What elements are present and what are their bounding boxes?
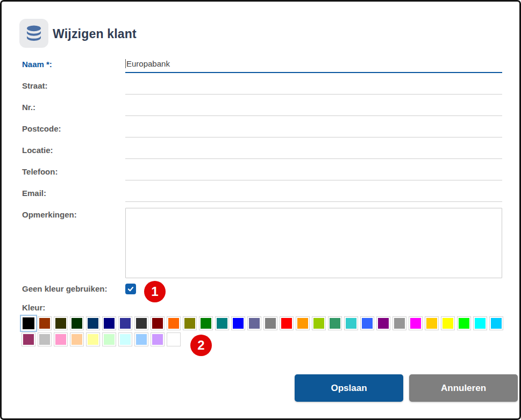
color-swatch[interactable]	[360, 316, 374, 330]
color-swatch[interactable]	[215, 316, 229, 330]
field-label-kleur: Kleur:	[22, 303, 125, 313]
cancel-button[interactable]: Annuleren	[409, 374, 518, 402]
color-swatch[interactable]	[167, 316, 181, 330]
color-swatch[interactable]	[392, 316, 406, 330]
color-swatch[interactable]	[183, 316, 197, 330]
field-input-straat[interactable]	[125, 77, 502, 95]
field-input-postcode[interactable]	[125, 120, 502, 137]
color-swatch[interactable]	[54, 332, 68, 346]
color-palette-row-1	[22, 316, 503, 330]
color-swatch[interactable]	[134, 316, 148, 330]
color-swatch[interactable]	[489, 316, 503, 330]
color-swatch[interactable]	[102, 332, 116, 346]
step-badge-1: 1	[144, 281, 166, 302]
form-row-straat: Straat:	[22, 77, 502, 98]
color-swatch[interactable]	[328, 316, 342, 330]
form-row-locatie: Locatie:	[22, 141, 502, 163]
field-value-naam: Europabank	[126, 59, 170, 68]
color-swatch[interactable]	[38, 332, 52, 346]
color-swatch[interactable]	[151, 316, 165, 330]
color-swatch[interactable]	[312, 316, 326, 330]
color-swatch[interactable]	[151, 332, 165, 346]
field-input-nr[interactable]	[125, 98, 502, 116]
color-swatch[interactable]	[70, 316, 84, 330]
save-button[interactable]: Opslaan	[295, 374, 403, 402]
color-swatch[interactable]	[199, 316, 213, 330]
form-row-email: Email:	[22, 184, 502, 206]
opmerkingen-textarea[interactable]	[125, 208, 502, 278]
database-icon	[19, 19, 48, 48]
color-swatch[interactable]	[296, 316, 310, 330]
form-row-naam: Naam *:Europabank	[22, 55, 502, 77]
color-swatch[interactable]	[280, 316, 294, 330]
color-swatch[interactable]	[86, 332, 100, 346]
text-caret	[125, 59, 126, 68]
color-swatch[interactable]	[409, 316, 423, 330]
color-swatch[interactable]	[70, 332, 84, 346]
field-input-telefoon[interactable]	[125, 163, 502, 180]
geen-kleur-checkbox[interactable]	[125, 284, 136, 294]
color-swatch[interactable]	[231, 316, 245, 330]
form-row-nr: Nr.:	[22, 98, 502, 120]
color-swatch[interactable]	[167, 332, 181, 346]
color-swatch[interactable]	[247, 316, 261, 330]
checkmark-icon	[127, 285, 134, 293]
field-input-naam[interactable]: Europabank	[125, 55, 502, 73]
color-swatch[interactable]	[86, 316, 100, 330]
field-label-nr: Nr.:	[22, 98, 125, 120]
color-swatch[interactable]	[344, 316, 358, 330]
field-label-geen-kleur: Geen kleur gebruiken:	[22, 284, 125, 294]
field-label-naam: Naam *:	[22, 55, 125, 77]
color-swatch[interactable]	[118, 332, 132, 346]
color-swatch[interactable]	[54, 316, 68, 330]
color-swatch[interactable]	[473, 316, 487, 330]
field-label-locatie: Locatie:	[22, 141, 125, 163]
color-palette-row-2	[22, 332, 181, 346]
field-label-straat: Straat:	[22, 77, 125, 98]
color-swatch[interactable]	[441, 316, 455, 330]
color-swatch[interactable]	[102, 316, 116, 330]
field-label-email: Email:	[22, 184, 125, 206]
form-row-opmerkingen: Opmerkingen:	[22, 206, 502, 278]
field-label-postcode: Postcode:	[22, 120, 125, 141]
form-row-geen-kleur: Geen kleur gebruiken:	[22, 284, 136, 294]
wijzigen-klant-dialog: Wijzigen klant Naam *:EuropabankStraat:N…	[0, 0, 521, 420]
field-label-telefoon: Telefoon:	[22, 163, 125, 184]
color-swatch[interactable]	[263, 316, 277, 330]
form-fields: Naam *:EuropabankStraat:Nr.:Postcode:Loc…	[22, 55, 502, 206]
form-row-telefoon: Telefoon:	[22, 163, 502, 184]
color-swatch[interactable]	[425, 316, 439, 330]
color-swatch[interactable]	[118, 316, 132, 330]
color-swatch[interactable]	[38, 316, 52, 330]
field-input-email[interactable]	[125, 184, 502, 202]
page-title: Wijzigen klant	[53, 26, 137, 42]
color-swatch[interactable]	[134, 332, 148, 346]
field-label-opmerkingen: Opmerkingen:	[22, 206, 125, 278]
color-swatch-selected[interactable]	[20, 315, 37, 332]
dialog-footer: Opslaan Annuleren	[295, 374, 518, 402]
color-swatch[interactable]	[376, 316, 390, 330]
field-input-locatie[interactable]	[125, 141, 502, 159]
color-swatch[interactable]	[457, 316, 471, 330]
form-row-postcode: Postcode:	[22, 120, 502, 141]
color-swatch[interactable]	[22, 332, 35, 346]
step-badge-2: 2	[190, 335, 212, 356]
